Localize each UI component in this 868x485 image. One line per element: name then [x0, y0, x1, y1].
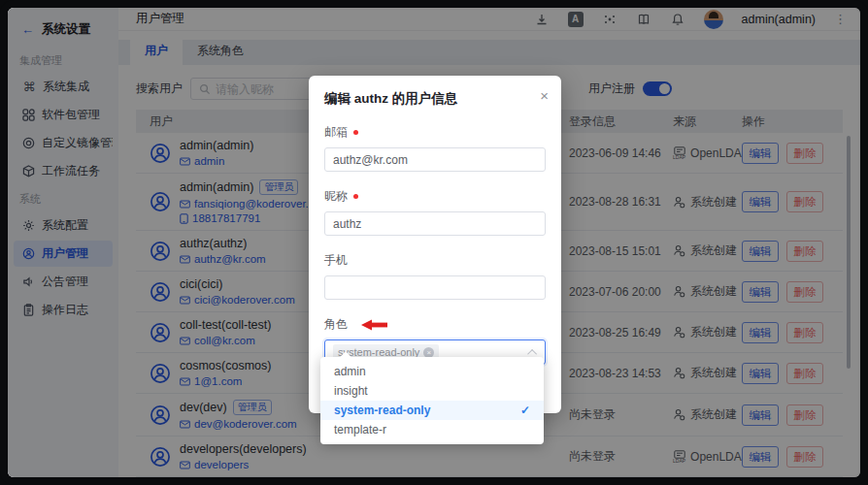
dropdown-option-system-read-only[interactable]: system-read-only✓ [320, 401, 544, 420]
screenshot-frame: ← 系统设置 集成管理 ⌘ 系统集成 软件包管理 自定义镜像管理 工作流任务 系… [0, 0, 868, 485]
required-dot [353, 194, 358, 199]
phone-field-group: 手机 [324, 252, 546, 300]
role-dropdown: admin insight system-read-only✓ template… [320, 357, 544, 444]
role-label: 角色 [324, 316, 348, 333]
nickname-label: 昵称 [324, 188, 348, 205]
email-field-group: 邮箱 [324, 124, 546, 172]
modal-title: 编辑 authz 的用户信息 [324, 90, 546, 108]
phone-field[interactable] [324, 275, 546, 300]
tag-remove-icon[interactable]: × [423, 347, 434, 358]
annotation-arrow-icon [361, 319, 388, 331]
phone-label: 手机 [324, 252, 348, 269]
check-icon: ✓ [520, 401, 530, 420]
close-icon[interactable]: × [540, 87, 549, 104]
email-label: 邮箱 [324, 124, 348, 141]
dropdown-option-template-r[interactable]: template-r [320, 420, 544, 439]
dropdown-option-insight[interactable]: insight [320, 381, 544, 401]
email-field[interactable] [324, 147, 546, 172]
nickname-field[interactable] [324, 211, 546, 236]
required-dot [353, 130, 358, 135]
app-window: ← 系统设置 集成管理 ⌘ 系统集成 软件包管理 自定义镜像管理 工作流任务 系… [8, 8, 860, 477]
dropdown-option-admin[interactable]: admin [320, 362, 544, 381]
nickname-field-group: 昵称 [324, 188, 546, 236]
